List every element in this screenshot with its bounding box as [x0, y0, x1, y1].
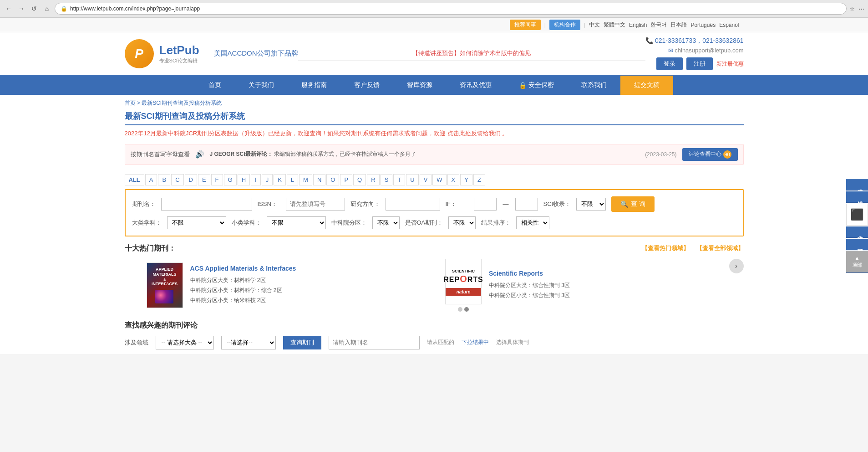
alpha-m[interactable]: M — [299, 174, 312, 185]
query-button[interactable]: 查询期刊 — [283, 336, 321, 349]
top-button[interactable]: ▲ 顶部 — [846, 251, 868, 273]
bookmark-icon[interactable]: ☆ — [849, 5, 855, 12]
hot-journals-list: ‹ APPLIED MATERIALS & INTERFACES ACS Ap — [125, 259, 744, 312]
lang-ja[interactable]: 日本語 — [670, 21, 687, 29]
dropdown-link[interactable]: 下拉结果中 — [462, 339, 489, 346]
home-button[interactable]: ⌂ — [42, 4, 52, 14]
nav-home[interactable]: 首页 — [195, 76, 235, 95]
alpha-t[interactable]: T — [393, 174, 405, 185]
recruit-button[interactable]: 诚聘英才 — [846, 239, 868, 250]
journal-name-1[interactable]: ACS Applied Materials & Interfaces — [190, 265, 423, 272]
comments-major-select[interactable]: -- 请选择大类 -- — [156, 336, 214, 349]
lang-pt[interactable]: Português — [690, 22, 716, 28]
review-center-button[interactable]: 评论查看中心 90 — [682, 148, 738, 161]
browser-toolbar: ← → ↺ ⌂ 🔒 http://www.letpub.com.cn/index… — [0, 0, 868, 17]
carousel-next[interactable]: › — [729, 259, 744, 273]
alpha-c[interactable]: C — [171, 174, 183, 185]
alpha-a[interactable]: A — [145, 174, 157, 185]
research-input[interactable] — [386, 198, 440, 211]
alpha-d[interactable]: D — [185, 174, 197, 185]
register-button[interactable]: 注册 — [686, 57, 713, 70]
address-bar[interactable]: 🔒 http://www.letpub.com.cn/index.php?pag… — [55, 3, 847, 15]
alpha-all[interactable]: ALL — [125, 174, 144, 185]
notice-link[interactable]: 点击此处反馈给我们 — [447, 130, 501, 137]
breadcrumb-home[interactable]: 首页 — [125, 100, 136, 106]
alpha-b[interactable]: B — [158, 174, 170, 185]
alpha-w[interactable]: W — [432, 174, 446, 185]
nav-resources[interactable]: 智库资源 — [393, 76, 446, 95]
comments-title: 查找感兴趣的期刊评论 — [125, 321, 744, 330]
alpha-j[interactable]: J — [262, 174, 273, 185]
nav-security[interactable]: 🔒 安全保密 — [505, 76, 568, 95]
nav-news[interactable]: 资讯及优惠 — [446, 76, 505, 95]
alpha-n[interactable]: N — [313, 174, 325, 185]
cooperation-button[interactable]: 机构合作 — [549, 20, 580, 30]
if-max-input[interactable] — [515, 198, 538, 211]
oa-label: 是否OA期刊： — [405, 219, 443, 227]
lang-en[interactable]: English — [629, 22, 647, 28]
nav-feedback[interactable]: 客户反馈 — [340, 76, 393, 95]
alpha-o[interactable]: O — [326, 174, 339, 185]
search-button[interactable]: 🔍 查 询 — [611, 196, 655, 212]
alpha-r[interactable]: R — [367, 174, 379, 185]
lang-es[interactable]: Español — [719, 22, 739, 28]
alpha-v[interactable]: V — [420, 174, 432, 185]
lock-nav-icon: 🔒 — [519, 82, 527, 89]
forward-button[interactable]: → — [16, 4, 26, 14]
favorites-button[interactable]: 我的收藏 — [846, 226, 868, 238]
alpha-i[interactable]: I — [251, 174, 261, 185]
qr-button[interactable]: ⬛ — [846, 204, 868, 226]
alpha-k[interactable]: K — [274, 174, 286, 185]
alpha-f[interactable]: F — [211, 174, 223, 185]
if-min-input[interactable] — [474, 198, 497, 211]
nav-submit[interactable]: 提交文稿 — [620, 76, 673, 95]
alpha-g[interactable]: G — [224, 174, 237, 185]
lang-zhtw[interactable]: 繁體中文 — [604, 21, 625, 29]
alpha-p[interactable]: P — [340, 174, 352, 185]
journal-info-2: Scientific Reports 中科院分区大类：综合性期刊 3区 中科院分… — [489, 270, 722, 300]
nav-service[interactable]: 服务指南 — [288, 76, 340, 95]
alpha-l[interactable]: L — [287, 174, 298, 185]
journal-input[interactable] — [161, 198, 252, 211]
comments-section: 查找感兴趣的期刊评论 涉及领域 -- 请选择大类 -- --请选择-- 查询期刊… — [125, 321, 744, 349]
browser-right-controls: ☆ ⋯ — [849, 5, 864, 12]
cas-select[interactable]: 不限 — [372, 216, 400, 229]
login-button[interactable]: 登录 — [656, 57, 683, 70]
comments-minor-select[interactable]: --请选择-- — [221, 336, 276, 349]
journal-cover-sr: SCIENTIFIC REPORTS nature — [445, 259, 482, 304]
all-domains-link[interactable]: 【查看全部领域】 — [696, 244, 744, 252]
alpha-h[interactable]: H — [238, 174, 250, 185]
top-bar: 推荐同事 | 机构合作 | 中文 繁體中文 English 한국어 日本語 Po… — [0, 18, 868, 32]
hot-domains-link[interactable]: 【查看热门领域】 — [642, 244, 689, 252]
major-select[interactable]: 不限 — [167, 216, 226, 229]
alpha-u[interactable]: U — [406, 174, 418, 185]
sci-select[interactable]: 不限 SCI SSCI ESCI — [576, 198, 606, 211]
issn-input[interactable] — [286, 198, 345, 211]
logo-letter: P — [135, 46, 143, 61]
feedback-button[interactable]: 反馈建议 — [846, 191, 868, 203]
more-menu-icon[interactable]: ⋯ — [858, 5, 864, 12]
refresh-button[interactable]: ↺ — [29, 4, 39, 14]
journal-name-2[interactable]: Scientific Reports — [489, 270, 722, 277]
comments-field-label: 涉及领域 — [125, 339, 148, 347]
upload-button[interactable]: 上传稿件 — [846, 179, 868, 190]
lang-ko[interactable]: 한국어 — [650, 21, 667, 29]
oa-select[interactable]: 不限 — [448, 216, 476, 229]
logo-name: LetPub — [159, 43, 199, 57]
lang-zh[interactable]: 中文 — [589, 21, 600, 29]
alpha-q[interactable]: Q — [353, 174, 366, 185]
recommend-button[interactable]: 推荐同事 — [510, 20, 541, 30]
alpha-e[interactable]: E — [198, 174, 210, 185]
alpha-z[interactable]: Z — [473, 174, 485, 185]
alpha-y[interactable]: Y — [460, 174, 472, 185]
promo-link[interactable]: 【特邀讲座预告】如何消除学术出版中的偏见 — [412, 50, 531, 56]
minor-select[interactable]: 不限 — [267, 216, 326, 229]
journal-search-input[interactable] — [329, 336, 420, 349]
sort-select[interactable]: 相关性 IF升序 IF降序 — [516, 216, 549, 229]
alpha-s[interactable]: S — [381, 174, 393, 185]
nav-about[interactable]: 关于我们 — [235, 76, 288, 95]
logo-text: LetPub 专业SCI论文编辑 — [159, 43, 199, 64]
back-button[interactable]: ← — [4, 4, 14, 14]
alpha-x[interactable]: X — [447, 174, 460, 185]
nav-contact[interactable]: 联系我们 — [568, 76, 620, 95]
